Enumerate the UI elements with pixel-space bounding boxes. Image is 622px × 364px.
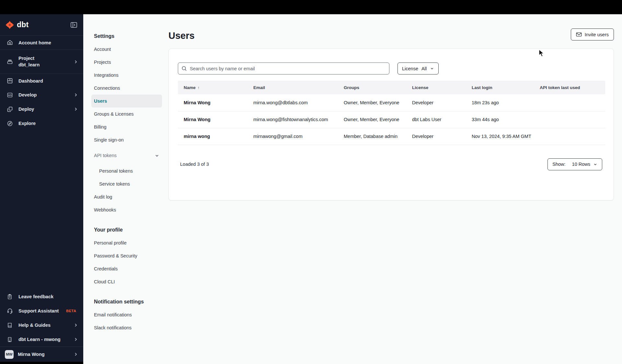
settings-nav-item-credentials[interactable]: Credentials	[91, 262, 162, 275]
show-rows-value: 10 Rows	[572, 162, 590, 167]
table-row[interactable]: Mirna Wong mirna.wong@fishtownanalytics.…	[178, 111, 605, 128]
user-name: Mirna Wong	[18, 352, 45, 357]
settings-nav-item-single-sign-on[interactable]: Single sign-on	[91, 133, 162, 146]
sort-ascending-icon: ↑	[198, 85, 200, 90]
explore-icon	[6, 120, 14, 127]
sidebar-item-dashboard[interactable]: Dashboard	[0, 74, 83, 88]
table-controls: License All	[178, 63, 605, 74]
search-box	[178, 63, 389, 74]
settings-nav-item-service-tokens[interactable]: Service tokens	[91, 177, 162, 190]
table-row[interactable]: Mirna Wong mirna.wong@dbtlabs.com Owner,…	[178, 94, 605, 111]
license-filter-dropdown[interactable]: License All	[397, 63, 439, 74]
sidebar-item-label: Account home	[18, 40, 51, 45]
invite-users-label: Invite users	[585, 32, 609, 37]
license-filter-value: All	[421, 66, 427, 71]
settings-nav-item-groups-licenses[interactable]: Groups & Licenses	[91, 108, 162, 120]
clipboard-icon	[6, 293, 14, 300]
loaded-count-text: Loaded 3 of 3	[178, 162, 209, 167]
sidebar-item-label: Explore	[18, 121, 36, 126]
license-filter-label: License	[402, 66, 418, 71]
sidebar-item-explore[interactable]: Explore	[0, 116, 83, 131]
table-footer: Loaded 3 of 3 Show: 10 Rows	[178, 158, 605, 170]
cell-groups: Owner, Member, Everyone	[338, 111, 406, 128]
sidebar-item-leave-feedback[interactable]: Leave feedback	[0, 290, 83, 304]
chevron-down-icon	[593, 162, 597, 166]
settings-nav-item-connections[interactable]: Connections	[91, 82, 162, 95]
column-header-groups: Groups	[338, 81, 406, 94]
cell-last-login: 33m 44s ago	[466, 111, 534, 128]
building-icon	[6, 336, 14, 343]
chevron-right-icon	[74, 323, 78, 327]
sidebar-item-label: Help & Guides	[18, 323, 51, 328]
settings-nav-item-password-security[interactable]: Password & Security	[91, 249, 162, 262]
settings-nav: Settings Account Projects Integrations C…	[83, 14, 168, 364]
sidebar-item-label: Project dbt_learn	[18, 56, 40, 67]
sidebar-item-label: dbt Learn - mwong	[18, 337, 61, 342]
search-icon	[181, 66, 187, 71]
avatar: MW	[5, 350, 14, 359]
column-header-email: Email	[248, 81, 338, 94]
home-icon	[6, 39, 14, 46]
project-icon	[6, 58, 14, 65]
cell-api-token	[534, 94, 605, 111]
page-header: Users Invite users	[168, 14, 622, 41]
users-table: Name↑ Email Groups License Last login AP…	[178, 81, 605, 145]
cell-license: Developer	[406, 94, 466, 111]
users-card: License All Name↑ Email Groups Li	[168, 49, 614, 200]
sidebar-item-develop[interactable]: Develop	[0, 88, 83, 102]
page-title: Users	[168, 30, 195, 41]
settings-nav-item-personal-profile[interactable]: Personal profile	[91, 236, 162, 249]
settings-nav-group-api-tokens[interactable]: API tokens	[91, 149, 162, 162]
settings-nav-item-slack-notifications[interactable]: Slack notifications	[91, 321, 162, 334]
settings-nav-group-label: API tokens	[94, 149, 117, 162]
beta-badge: BETA	[66, 309, 76, 313]
sidebar-item-label: Support Assistant	[18, 308, 59, 313]
sidebar-spacer	[0, 131, 83, 290]
settings-nav-item-personal-tokens[interactable]: Personal tokens	[91, 165, 162, 177]
sidebar-collapse-button[interactable]	[70, 21, 78, 29]
envelope-icon	[576, 32, 582, 37]
cell-license: Developer	[406, 128, 466, 145]
chevron-down-icon	[430, 66, 434, 71]
chevron-right-icon	[74, 93, 78, 97]
chevron-right-icon	[74, 352, 78, 357]
sidebar-item-deploy[interactable]: Deploy	[0, 102, 83, 116]
settings-nav-item-audit-log[interactable]: Audit log	[91, 190, 162, 203]
settings-nav-item-email-notifications[interactable]: Email notifications	[91, 308, 162, 321]
sidebar-item-support-assistant[interactable]: Support Assistant BETA	[0, 304, 83, 318]
settings-nav-profile-title: Your profile	[91, 223, 162, 236]
chevron-down-icon	[155, 153, 159, 158]
dbt-logo-icon	[5, 20, 15, 30]
table-header-row: Name↑ Email Groups License Last login AP…	[178, 81, 605, 94]
chevron-right-icon	[74, 107, 78, 111]
dashboard-icon	[6, 77, 14, 84]
settings-nav-item-integrations[interactable]: Integrations	[91, 69, 162, 82]
cell-name: Mirna Wong	[178, 94, 248, 111]
sidebar-user-menu[interactable]: MW Mirna Wong	[0, 347, 83, 362]
table-row[interactable]: mirna wong mirnawong@gmail.com Member, D…	[178, 128, 605, 145]
settings-nav-item-webhooks[interactable]: Webhooks	[91, 203, 162, 216]
dbt-logo-text: dbt	[17, 20, 29, 29]
sidebar-header: dbt	[0, 14, 83, 36]
dbt-logo[interactable]: dbt	[5, 20, 29, 30]
settings-nav-item-cloud-cli[interactable]: Cloud CLI	[91, 275, 162, 288]
settings-nav-item-account[interactable]: Account	[91, 43, 162, 56]
sidebar-item-label: Develop	[18, 92, 37, 97]
cell-groups: Member, Database admin	[338, 128, 406, 145]
settings-nav-item-billing[interactable]: Billing	[91, 120, 162, 133]
column-header-api-token: API token last used	[534, 81, 605, 94]
column-header-name[interactable]: Name↑	[178, 81, 248, 94]
sidebar-item-project[interactable]: Project dbt_learn	[0, 50, 83, 74]
sidebar-item-help-guides[interactable]: Help & Guides	[0, 318, 83, 332]
cell-last-login: Nov 13, 2024, 9:35 AM GMT	[466, 128, 534, 145]
sidebar-item-dbt-learn[interactable]: dbt Learn - mwong	[0, 332, 83, 347]
deploy-icon	[6, 106, 14, 113]
search-input[interactable]	[178, 63, 389, 74]
cell-groups: Owner, Member, Everyone	[338, 94, 406, 111]
settings-nav-item-projects[interactable]: Projects	[91, 56, 162, 69]
show-rows-dropdown[interactable]: Show: 10 Rows	[547, 158, 602, 170]
invite-users-button[interactable]: Invite users	[571, 28, 614, 40]
settings-nav-item-users[interactable]: Users	[91, 95, 162, 108]
sidebar-item-account-home[interactable]: Account home	[0, 36, 83, 50]
sidebar-item-label: Leave feedback	[18, 294, 53, 299]
